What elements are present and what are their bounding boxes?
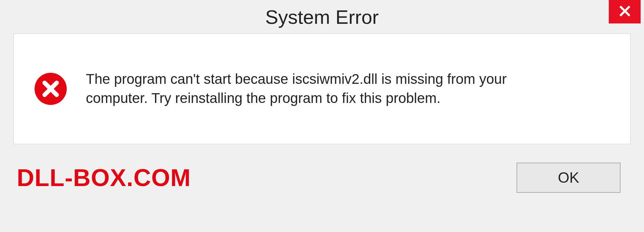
close-button[interactable]: [609, 0, 641, 23]
footer: DLL-BOX.COM OK: [13, 144, 631, 211]
error-message: The program can't start because iscsiwmi…: [86, 70, 572, 108]
brand-text: DLL-BOX.COM: [17, 164, 191, 191]
dialog-title: System Error: [265, 6, 379, 28]
titlebar: System Error: [0, 0, 644, 34]
error-icon: [34, 72, 67, 106]
close-icon: [618, 4, 632, 19]
ok-button[interactable]: OK: [517, 163, 621, 193]
content-panel: The program can't start because iscsiwmi…: [13, 34, 631, 144]
ok-button-label: OK: [558, 169, 579, 186]
